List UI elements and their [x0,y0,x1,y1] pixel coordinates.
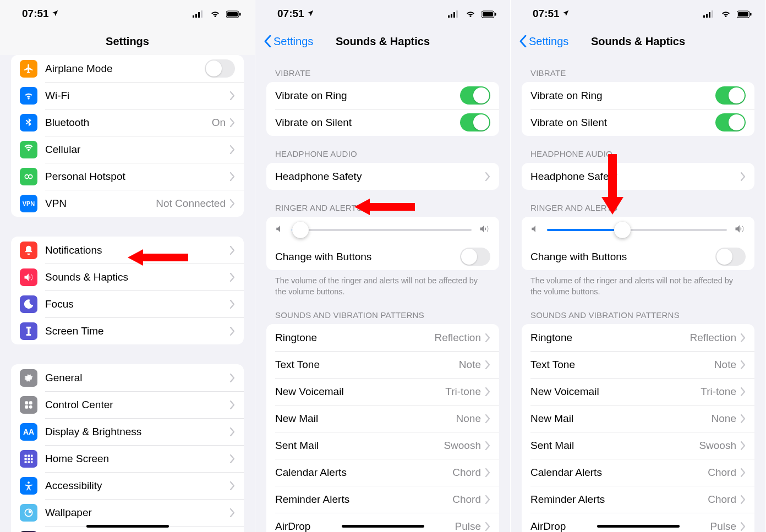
chevron-icon [485,414,490,423]
pattern-row[interactable]: New Mail None [266,405,499,432]
pattern-row[interactable]: Text Tone Note [266,351,499,378]
status-icons [700,8,752,20]
chevron-icon [741,414,746,423]
section-header-patterns: Sounds and Vibration Patterns [511,297,765,324]
svg-rect-10 [25,401,28,404]
vibrate-row[interactable]: Vibrate on Ring [522,82,754,109]
settings-row[interactable]: BluetoothOn [11,109,244,136]
vibrate-row[interactable]: Vibrate on Silent [522,109,754,136]
settings-row[interactable]: Focus [11,290,244,317]
home-indicator[interactable] [86,525,169,528]
settings-row[interactable]: Control Center [11,391,244,418]
row-label: Home Screen [45,453,230,465]
pattern-row[interactable]: AirDrop Pulse [266,513,499,532]
row-label: VPN [45,198,156,210]
pattern-row[interactable]: New Mail None [522,405,754,432]
wallpaper-icon [20,504,37,522]
svg-rect-1 [195,14,197,18]
pattern-row[interactable]: New Voicemail Tri-tone [266,378,499,405]
svg-rect-14 [25,454,27,457]
pattern-row[interactable]: Sent Mail Swoosh [266,432,499,459]
svg-rect-37 [709,12,710,18]
svg-rect-17 [25,458,27,460]
chevron-icon [485,441,490,450]
svg-rect-35 [703,15,705,18]
pattern-row[interactable]: Reminder Alerts Chord [266,486,499,513]
settings-row[interactable]: Wallpaper [11,499,244,526]
pattern-row[interactable]: Calendar Alerts Chord [522,459,754,486]
row-label: Text Tone [275,359,459,371]
toggle[interactable] [715,248,746,266]
settings-row[interactable]: Home Screen [11,445,244,472]
notifications-icon [20,242,37,259]
row-label: Headphone Safety [275,171,485,183]
toggle[interactable] [205,59,235,78]
settings-row[interactable]: General [11,364,244,391]
settings-row[interactable]: VPNVPNNot Connected [11,190,244,217]
settings-row[interactable]: Notifications [11,237,244,264]
pattern-row[interactable]: Calendar Alerts Chord [266,459,499,486]
status-icons [445,8,497,20]
settings-row[interactable]: Sounds & Haptics [11,264,244,290]
settings-row[interactable]: Screen Time [11,317,244,344]
row-label: Vibrate on Ring [275,90,460,102]
toggle[interactable] [715,86,746,105]
settings-group-2: NotificationsSounds & HapticsFocusScreen… [11,237,244,344]
row-detail: Pulse [710,520,736,532]
back-button[interactable]: Settings [519,35,568,48]
volume-slider[interactable] [292,229,472,231]
pattern-row[interactable]: Ringtone Reflection [266,324,499,351]
change-with-buttons-row[interactable]: Change with Buttons [266,243,499,270]
svg-point-13 [29,405,32,408]
svg-rect-30 [456,10,458,18]
row-label: Screen Time [45,325,230,337]
page-title: Sounds & Haptics [336,35,430,48]
chevron-icon [741,172,746,181]
settings-row[interactable]: Wi-Fi [11,82,244,109]
vibrate-row[interactable]: Vibrate on Ring [266,82,499,109]
pattern-row[interactable]: New Voicemail Tri-tone [522,378,754,405]
row-label: New Mail [530,413,712,425]
settings-row[interactable]: Accessibility [11,472,244,499]
row-label: Wallpaper [45,507,230,519]
change-with-buttons-row[interactable]: Change with Buttons [522,243,754,270]
toggle[interactable] [460,86,490,105]
settings-row[interactable]: AADisplay & Brightness [11,418,244,445]
svg-rect-29 [453,12,455,18]
headphone-safety-row[interactable]: Headphone Safety [266,163,499,190]
volume-slider[interactable] [547,229,727,231]
toggle[interactable] [715,113,746,131]
ringer-footer: The volume of the ringer and alerts will… [255,270,510,297]
settings-row[interactable]: Airplane Mode [11,55,244,82]
pattern-row[interactable]: Reminder Alerts Chord [522,486,754,513]
location-icon [562,8,570,20]
pattern-row[interactable]: Text Tone Note [522,351,754,378]
home-indicator[interactable] [597,525,680,528]
pattern-row[interactable]: Sent Mail Swoosh [522,432,754,459]
row-detail: Chord [708,493,736,506]
toggle[interactable] [460,113,490,131]
chevron-icon [230,454,235,463]
settings-row[interactable]: Cellular [11,136,244,163]
svg-point-23 [28,481,30,484]
toggle[interactable] [460,248,490,266]
vibrate-row[interactable]: Vibrate on Silent [266,109,499,136]
chevron-icon [485,468,490,477]
row-detail: None [712,413,736,425]
back-button[interactable]: Settings [264,35,313,48]
row-detail: Tri-tone [701,386,736,398]
pattern-row[interactable]: Ringtone Reflection [522,324,754,351]
headphone-safety-row[interactable]: Headphone Safety [522,163,754,190]
home-indicator[interactable] [342,525,424,528]
row-label: Sent Mail [530,440,699,452]
chevron-icon [485,522,490,531]
screen-sounds-mid: 07:51 Settings Sounds & Haptics Vibrate … [511,0,766,532]
row-detail: Chord [708,467,736,479]
svg-rect-19 [31,458,32,460]
chevron-icon [230,401,235,409]
pattern-row[interactable]: AirDrop Pulse [522,513,754,532]
row-label: Vibrate on Silent [530,117,715,129]
screen-settings: 07:51 Settings Airplane ModeWi-FiBluetoo… [0,0,255,532]
settings-row[interactable]: Personal Hotspot [11,163,244,190]
row-label: Vibrate on Ring [530,90,715,102]
